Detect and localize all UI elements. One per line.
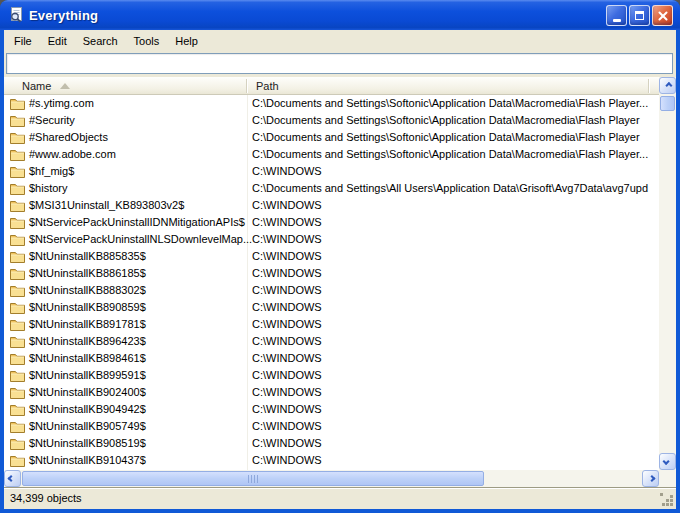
list-row[interactable]: $NtUninstallKB902400$ C:\WINDOWS bbox=[4, 384, 659, 401]
thumb-grip bbox=[248, 475, 259, 483]
menu-search[interactable]: Search bbox=[75, 32, 126, 50]
column-header-name[interactable]: Name bbox=[22, 77, 51, 95]
row-path: C:\WINDOWS bbox=[252, 350, 652, 367]
row-path: C:\WINDOWS bbox=[252, 435, 652, 452]
row-path: C:\Documents and Settings\Softonic\Appli… bbox=[252, 129, 652, 146]
row-name: #www.adobe.com bbox=[29, 146, 116, 163]
sort-ascending-icon bbox=[60, 83, 70, 89]
row-name: $history bbox=[29, 180, 68, 197]
column-header-row: Name Path bbox=[4, 77, 659, 95]
row-path: C:\Documents and Settings\Softonic\Appli… bbox=[252, 112, 652, 129]
list-row[interactable]: #s.ytimg.com C:\Documents and Settings\S… bbox=[4, 95, 659, 112]
close-button[interactable] bbox=[652, 5, 673, 26]
row-name: $NtUninstallKB904942$ bbox=[29, 401, 146, 418]
row-path: C:\WINDOWS bbox=[252, 214, 652, 231]
scroll-down-button[interactable] bbox=[659, 453, 676, 470]
folder-icon bbox=[10, 165, 25, 178]
folder-icon bbox=[10, 182, 25, 195]
list-row[interactable]: $NtUninstallKB899591$ C:\WINDOWS bbox=[4, 367, 659, 384]
row-name: $NtUninstallKB891781$ bbox=[29, 316, 146, 333]
scroll-right-button[interactable] bbox=[642, 470, 659, 487]
resize-grip[interactable] bbox=[660, 493, 674, 507]
results-list: Name Path #s.ytimg.com C:\Documents and … bbox=[4, 77, 659, 470]
row-path: C:\WINDOWS bbox=[252, 282, 652, 299]
object-count: 34,399 objects bbox=[10, 492, 82, 504]
list-row[interactable]: $NtUninstallKB904942$ C:\WINDOWS bbox=[4, 401, 659, 418]
scroll-up-button[interactable] bbox=[659, 77, 676, 94]
everything-app-icon[interactable] bbox=[8, 7, 24, 23]
everything-window: Everything FileEditSearchToolsHelp Name … bbox=[0, 0, 680, 513]
row-path: C:\Documents and Settings\All Users\Appl… bbox=[252, 180, 652, 197]
window-title: Everything bbox=[29, 8, 98, 23]
list-row[interactable]: $NtUninstallKB896423$ C:\WINDOWS bbox=[4, 333, 659, 350]
row-name: $NtUninstallKB888302$ bbox=[29, 282, 146, 299]
search-input[interactable] bbox=[6, 53, 673, 74]
column-divider[interactable] bbox=[648, 79, 649, 93]
folder-icon bbox=[10, 284, 25, 297]
list-row[interactable]: $history C:\Documents and Settings\All U… bbox=[4, 180, 659, 197]
list-row[interactable]: $NtUninstallKB905749$ C:\WINDOWS bbox=[4, 418, 659, 435]
row-name: $NtUninstallKB890859$ bbox=[29, 299, 146, 316]
row-path: C:\WINDOWS bbox=[252, 384, 652, 401]
maximize-button[interactable] bbox=[629, 5, 650, 26]
list-row[interactable]: $NtUninstallKB908519$ C:\WINDOWS bbox=[4, 435, 659, 452]
column-header-path[interactable]: Path bbox=[256, 77, 279, 95]
row-path: C:\WINDOWS bbox=[252, 418, 652, 435]
list-row[interactable]: $NtServicePackUninstallIDNMitigationAPIs… bbox=[4, 214, 659, 231]
list-row[interactable]: $NtUninstallKB885835$ C:\WINDOWS bbox=[4, 248, 659, 265]
folder-icon bbox=[10, 335, 25, 348]
row-name: $NtServicePackUninstallNLSDownlevelMap..… bbox=[29, 231, 252, 248]
row-name: $NtUninstallKB905749$ bbox=[29, 418, 146, 435]
row-name: $NtUninstallKB899591$ bbox=[29, 367, 146, 384]
folder-icon bbox=[10, 233, 25, 246]
list-row[interactable]: $NtServicePackUninstallNLSDownlevelMap..… bbox=[4, 231, 659, 248]
list-row[interactable]: $NtUninstallKB886185$ C:\WINDOWS bbox=[4, 265, 659, 282]
list-row[interactable]: #SharedObjects C:\Documents and Settings… bbox=[4, 129, 659, 146]
row-path: C:\WINDOWS bbox=[252, 248, 652, 265]
row-name: $NtUninstallKB886185$ bbox=[29, 265, 146, 282]
row-path: C:\WINDOWS bbox=[252, 265, 652, 282]
row-name: #s.ytimg.com bbox=[29, 95, 94, 112]
scrollbar-corner bbox=[659, 470, 676, 487]
row-path: C:\WINDOWS bbox=[252, 367, 652, 384]
list-row[interactable]: $MSI31Uninstall_KB893803v2$ C:\WINDOWS bbox=[4, 197, 659, 214]
row-path: C:\Documents and Settings\Softonic\Appli… bbox=[252, 146, 652, 163]
chevron-down-icon bbox=[663, 458, 670, 465]
row-path: C:\WINDOWS bbox=[252, 299, 652, 316]
list-row[interactable]: $NtUninstallKB890859$ C:\WINDOWS bbox=[4, 299, 659, 316]
row-name: $NtServicePackUninstallIDNMitigationAPIs… bbox=[29, 214, 245, 231]
list-row[interactable]: $NtUninstallKB910437$ C:\WINDOWS bbox=[4, 452, 659, 469]
folder-icon bbox=[10, 148, 25, 161]
folder-icon bbox=[10, 318, 25, 331]
horizontal-scrollbar[interactable] bbox=[4, 470, 659, 487]
list-row[interactable]: $NtUninstallKB891781$ C:\WINDOWS bbox=[4, 316, 659, 333]
row-name: $NtUninstallKB902400$ bbox=[29, 384, 146, 401]
list-row[interactable]: #www.adobe.com C:\Documents and Settings… bbox=[4, 146, 659, 163]
row-path: C:\WINDOWS bbox=[252, 401, 652, 418]
row-path: C:\Documents and Settings\Softonic\Appli… bbox=[252, 95, 652, 112]
list-row[interactable]: $NtUninstallKB888302$ C:\WINDOWS bbox=[4, 282, 659, 299]
column-divider[interactable] bbox=[246, 79, 247, 93]
list-row[interactable]: $hf_mig$ C:\WINDOWS bbox=[4, 163, 659, 180]
scroll-left-button[interactable] bbox=[4, 470, 21, 487]
menu-file[interactable]: File bbox=[6, 32, 40, 50]
row-path: C:\WINDOWS bbox=[252, 197, 652, 214]
folder-icon bbox=[10, 97, 25, 110]
title-bar[interactable]: Everything bbox=[0, 0, 680, 30]
horizontal-scrollbar-thumb[interactable] bbox=[22, 471, 484, 486]
minimize-button[interactable] bbox=[606, 5, 627, 26]
menu-help[interactable]: Help bbox=[167, 32, 206, 50]
chevron-left-icon bbox=[8, 475, 15, 482]
close-icon bbox=[658, 11, 668, 21]
vertical-scrollbar[interactable] bbox=[659, 77, 676, 470]
list-row[interactable]: #Security C:\Documents and Settings\Soft… bbox=[4, 112, 659, 129]
row-path: C:\WINDOWS bbox=[252, 231, 652, 248]
menu-edit[interactable]: Edit bbox=[40, 32, 75, 50]
folder-icon bbox=[10, 267, 25, 280]
vertical-scrollbar-thumb[interactable] bbox=[660, 96, 675, 111]
folder-icon bbox=[10, 403, 25, 416]
folder-icon bbox=[10, 301, 25, 314]
row-name: $NtUninstallKB910437$ bbox=[29, 452, 146, 469]
menu-tools[interactable]: Tools bbox=[126, 32, 168, 50]
list-row[interactable]: $NtUninstallKB898461$ C:\WINDOWS bbox=[4, 350, 659, 367]
